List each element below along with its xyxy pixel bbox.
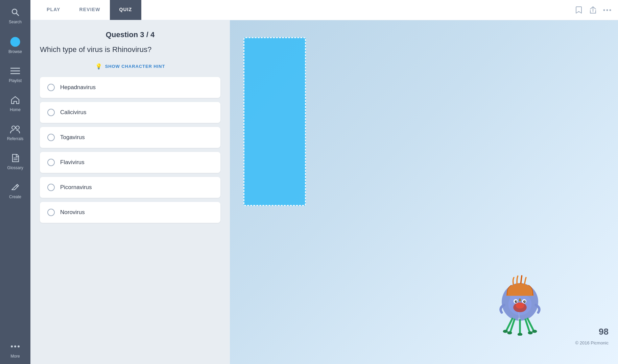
svg-point-14 bbox=[14, 345, 16, 347]
svg-point-17 bbox=[607, 9, 608, 11]
playlist-label: Playlist bbox=[9, 78, 22, 83]
more-label: More bbox=[10, 354, 20, 359]
radio-e bbox=[47, 184, 55, 191]
show-hint-button[interactable]: 💡 SHOW CHARACTER HINT bbox=[40, 63, 220, 70]
svg-point-39 bbox=[528, 331, 532, 334]
answer-text-b: Calicivirus bbox=[60, 109, 86, 116]
hint-icon: 💡 bbox=[95, 63, 102, 70]
svg-point-18 bbox=[610, 9, 611, 11]
answer-text-a: Hepadnavirus bbox=[60, 84, 96, 91]
home-icon bbox=[9, 94, 21, 106]
referrals-icon bbox=[9, 123, 21, 135]
answer-text-c: Togavirus bbox=[60, 134, 85, 141]
home-label: Home bbox=[10, 107, 21, 112]
answer-option-d[interactable]: Flavivirus bbox=[40, 152, 220, 173]
bookmark-button[interactable] bbox=[575, 6, 583, 14]
answer-option-a[interactable]: Hepadnavirus bbox=[40, 77, 220, 98]
radio-f bbox=[47, 209, 55, 216]
svg-point-15 bbox=[18, 345, 20, 347]
nav-tabs: PLAY REVIEW QUIZ bbox=[37, 0, 141, 20]
svg-line-1 bbox=[17, 14, 19, 16]
browse-icon bbox=[9, 36, 21, 48]
sidebar-item-browse[interactable]: Browse bbox=[0, 30, 30, 59]
answer-text-e: Picornavirus bbox=[60, 184, 92, 191]
answer-option-f[interactable]: Norovirus bbox=[40, 202, 220, 223]
svg-point-28 bbox=[516, 301, 517, 302]
tab-play[interactable]: PLAY bbox=[37, 0, 70, 20]
radio-b bbox=[47, 109, 55, 116]
tab-review[interactable]: REVIEW bbox=[70, 0, 110, 20]
svg-point-38 bbox=[518, 333, 522, 336]
score-display: 98 bbox=[599, 327, 609, 337]
hint-label: SHOW CHARACTER HINT bbox=[105, 64, 165, 69]
character-illustration bbox=[490, 268, 550, 337]
share-button[interactable] bbox=[589, 6, 597, 14]
svg-point-13 bbox=[11, 345, 13, 347]
answer-option-c[interactable]: Togavirus bbox=[40, 127, 220, 148]
quiz-panel: Question 3 / 4 Which type of virus is Rh… bbox=[30, 20, 230, 364]
radio-d bbox=[47, 159, 55, 166]
more-options-button[interactable] bbox=[603, 9, 611, 11]
search-icon bbox=[10, 7, 20, 18]
sidebar-item-more[interactable]: More bbox=[0, 335, 30, 364]
svg-point-8 bbox=[12, 126, 15, 129]
more-icon bbox=[9, 340, 21, 353]
radio-c bbox=[47, 134, 55, 141]
search-label: Search bbox=[9, 20, 22, 24]
create-icon bbox=[9, 181, 21, 193]
question-number: Question 3 / 4 bbox=[40, 30, 220, 39]
svg-point-4 bbox=[14, 41, 16, 43]
answer-option-e[interactable]: Picornavirus bbox=[40, 177, 220, 198]
question-text: Which type of virus is Rhinovirus? bbox=[40, 45, 220, 55]
svg-point-37 bbox=[507, 331, 512, 334]
content-area: Question 3 / 4 Which type of virus is Rh… bbox=[30, 20, 618, 364]
copyright: © 2016 Picmonic bbox=[575, 340, 609, 345]
referrals-label: Referrals bbox=[7, 136, 24, 141]
svg-point-40 bbox=[532, 330, 537, 333]
answer-text-f: Norovirus bbox=[60, 209, 85, 216]
svg-point-16 bbox=[603, 9, 605, 11]
visualization-panel: 98 © 2016 Picmonic bbox=[230, 20, 618, 364]
playlist-icon bbox=[9, 65, 21, 77]
glossary-icon bbox=[9, 152, 21, 164]
answer-text-d: Flavivirus bbox=[60, 159, 85, 166]
sidebar-item-home[interactable]: Home bbox=[0, 88, 30, 118]
svg-point-29 bbox=[524, 301, 525, 302]
radio-a bbox=[47, 84, 55, 91]
svg-point-23 bbox=[516, 303, 524, 309]
character-hint-card bbox=[243, 37, 306, 206]
svg-point-9 bbox=[16, 126, 19, 129]
sidebar-item-search[interactable]: Search bbox=[0, 0, 30, 30]
svg-point-36 bbox=[503, 330, 508, 333]
sidebar-item-create[interactable]: Create bbox=[0, 176, 30, 205]
answer-option-b[interactable]: Calicivirus bbox=[40, 102, 220, 123]
sidebar-item-referrals[interactable]: Referrals bbox=[0, 118, 30, 147]
sidebar-item-playlist[interactable]: Playlist bbox=[0, 59, 30, 88]
svg-line-12 bbox=[16, 185, 18, 187]
create-label: Create bbox=[9, 194, 21, 199]
browse-label: Browse bbox=[8, 49, 22, 54]
sidebar: Search Browse Playlist Home bbox=[0, 0, 30, 364]
glossary-label: Glossary bbox=[7, 165, 23, 170]
nav-actions bbox=[575, 6, 611, 14]
tab-quiz[interactable]: QUIZ bbox=[110, 0, 142, 20]
sidebar-item-glossary[interactable]: Glossary bbox=[0, 147, 30, 176]
main-content: PLAY REVIEW QUIZ bbox=[30, 0, 618, 364]
top-navigation: PLAY REVIEW QUIZ bbox=[30, 0, 618, 20]
